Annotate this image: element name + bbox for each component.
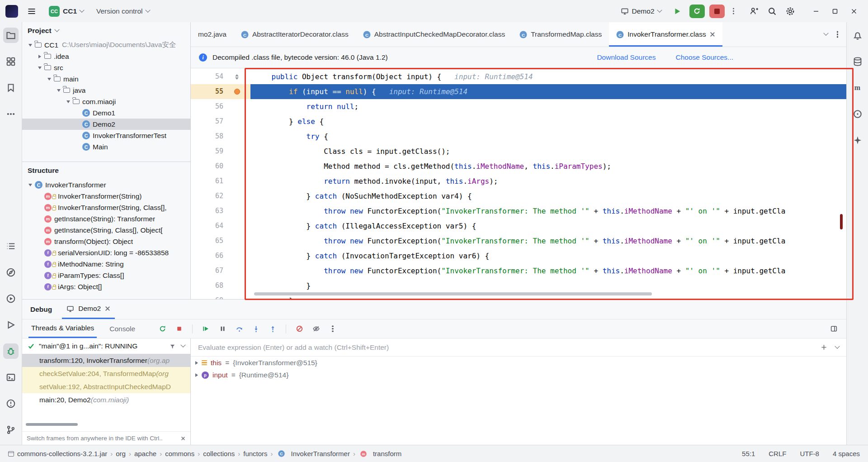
- code-line[interactable]: 68 }: [191, 278, 846, 293]
- choose-sources-link[interactable]: Choose Sources...: [675, 53, 733, 62]
- vcs-widget[interactable]: Version control: [93, 5, 153, 18]
- tree-item[interactable]: mgetInstance(String): Transformer: [22, 213, 190, 224]
- editor-tab[interactable]: CInvokerTransformer.class: [609, 22, 722, 47]
- breadcrumb-item[interactable]: commons: [165, 450, 194, 457]
- code-line[interactable]: 67 throw new FunctorException("InvokerTr…: [191, 263, 846, 278]
- dismiss-hint-icon[interactable]: [181, 436, 185, 441]
- expand-arrow-icon[interactable]: [36, 55, 43, 58]
- threads-variables-tab[interactable]: Threads & Variables: [28, 319, 97, 338]
- tree-item[interactable]: CInvokerTransformer: [22, 179, 190, 191]
- more-debug-options-button[interactable]: [326, 323, 339, 335]
- tree-item[interactable]: CDemo1: [22, 107, 190, 119]
- code-line[interactable]: 61 return method.invoke(input, this.iArg…: [191, 174, 846, 189]
- git-tool-button[interactable]: [3, 422, 19, 438]
- tree-item[interactable]: CInvokerTransformerTest: [22, 130, 190, 141]
- tree-item[interactable]: mgetInstance(String, Class[], Object[: [22, 224, 190, 236]
- terminal-tool-button[interactable]: [3, 370, 19, 385]
- stop-button[interactable]: [709, 5, 725, 18]
- more-tool-windows-button[interactable]: [3, 106, 19, 122]
- chevron-down-icon[interactable]: [835, 343, 840, 348]
- expand-arrow-icon[interactable]: [27, 44, 33, 47]
- close-session-icon[interactable]: [105, 306, 110, 311]
- expand-arrow-icon[interactable]: [27, 184, 33, 186]
- breadcrumb-item[interactable]: collections: [203, 450, 235, 457]
- download-sources-link[interactable]: Download Sources: [597, 53, 656, 62]
- evaluate-expression-input[interactable]: Evaluate expression (Enter) or add a wat…: [191, 338, 846, 357]
- tree-item[interactable]: fiMethodName: String: [22, 258, 190, 270]
- run-button[interactable]: [670, 5, 685, 18]
- notifications-button[interactable]: [850, 28, 865, 43]
- code-line[interactable]: 63 throw new FunctorException("InvokerTr…: [191, 204, 846, 219]
- expand-arrow-icon[interactable]: [195, 361, 198, 365]
- layout-settings-button[interactable]: [827, 323, 840, 335]
- chevron-down-icon[interactable]: [180, 343, 185, 348]
- code-line[interactable]: 54 public Object transform(Object input)…: [191, 69, 846, 84]
- code-line[interactable]: 65 throw new FunctorException("InvokerTr…: [191, 233, 846, 248]
- breadcrumb-item[interactable]: org: [116, 450, 126, 457]
- run-window-button[interactable]: [3, 317, 19, 333]
- tree-item[interactable]: .idea: [22, 51, 190, 62]
- maximize-button[interactable]: [826, 4, 844, 19]
- stack-frame-row[interactable]: setValue:192, AbstractInputCheckedMapD: [22, 380, 190, 393]
- breadcrumb-item[interactable]: functors: [243, 450, 267, 457]
- line-ending[interactable]: CRLF: [769, 450, 786, 457]
- code-line[interactable]: 55 if (input == null) { input: Runtime@5…: [191, 84, 846, 99]
- minimize-button[interactable]: [807, 4, 826, 19]
- code-with-me-button[interactable]: [750, 7, 759, 16]
- scrollbar-error-stripe[interactable]: [840, 214, 843, 229]
- more-run-options-button[interactable]: [729, 8, 738, 14]
- tab-options-kebab-icon[interactable]: [837, 33, 839, 35]
- console-tab[interactable]: Console: [107, 319, 138, 338]
- filter-icon[interactable]: [169, 343, 176, 350]
- project-tool-button[interactable]: [3, 28, 19, 43]
- step-out-button[interactable]: [266, 323, 279, 335]
- step-into-button[interactable]: [250, 323, 262, 335]
- tree-item[interactable]: CMain: [22, 141, 190, 152]
- tree-item[interactable]: java: [22, 85, 190, 96]
- code-line[interactable]: 58 try {: [191, 129, 846, 144]
- editor-tab[interactable]: CAbstractIteratorDecorator.class: [234, 22, 356, 47]
- implements-marker-icon[interactable]: [235, 74, 239, 80]
- code-line[interactable]: 60 Method method = cls.getMethod(this.iM…: [191, 159, 846, 174]
- cursor-position[interactable]: 55:1: [742, 450, 755, 457]
- tree-item[interactable]: main: [22, 73, 190, 85]
- editor-tab[interactable]: CAbstractInputCheckedMapDecorator.class: [356, 22, 512, 47]
- horizontal-scrollbar[interactable]: [254, 292, 652, 295]
- todo-tool-button[interactable]: [3, 238, 19, 254]
- ai-assistant-button[interactable]: [850, 133, 865, 148]
- variable-row[interactable]: this = {InvokerTransformer@515}: [191, 357, 846, 369]
- gradle-button[interactable]: [850, 106, 865, 122]
- editor-tab[interactable]: CTransformedMap.class: [512, 22, 609, 47]
- code-line[interactable]: 66 } catch (InvocationTargetException va…: [191, 248, 846, 263]
- expand-arrow-icon[interactable]: [65, 100, 71, 103]
- file-encoding[interactable]: UTF-8: [800, 450, 819, 457]
- run-tool-button[interactable]: [3, 291, 19, 306]
- rerun-debug-button[interactable]: [689, 5, 705, 18]
- problems-tool-button[interactable]: [3, 396, 19, 411]
- tree-item[interactable]: mtransform(Object): Object: [22, 236, 190, 247]
- hide-frames-button[interactable]: [310, 323, 322, 335]
- code-editor[interactable]: 54 public Object transform(Object input)…: [191, 68, 846, 299]
- chevron-down-icon[interactable]: [54, 27, 59, 32]
- debug-tool-button[interactable]: [3, 343, 19, 359]
- run-config-widget[interactable]: Demo2: [617, 5, 665, 18]
- breadcrumb-item[interactable]: apache: [134, 450, 156, 457]
- pause-button[interactable]: [216, 323, 229, 335]
- services-tool-button[interactable]: [3, 265, 19, 280]
- breadcrumb-item[interactable]: CInvokerTransformer: [276, 450, 350, 457]
- tree-item[interactable]: mInvokerTransformer(String, Class[],: [22, 202, 190, 213]
- tree-item[interactable]: mInvokerTransformer(String): [22, 191, 190, 202]
- editor-tab[interactable]: mo2.java: [191, 22, 234, 47]
- bookmarks-tool-button[interactable]: [3, 80, 19, 95]
- expand-arrow-icon[interactable]: [195, 373, 198, 377]
- stack-frame-row[interactable]: checkSetValue:204, TransformedMap (org: [22, 367, 190, 380]
- code-line[interactable]: 56 return null;: [191, 99, 846, 114]
- step-over-button[interactable]: [233, 323, 245, 335]
- expand-arrow-icon[interactable]: [46, 78, 52, 81]
- variable-row[interactable]: pinput = {Runtime@514}: [191, 369, 846, 381]
- breakpoint-icon[interactable]: [234, 89, 240, 95]
- tree-item[interactable]: com.miaoji: [22, 96, 190, 107]
- tab-list-chevron-icon[interactable]: [823, 31, 828, 36]
- breadcrumb-item[interactable]: mtransform: [359, 450, 401, 457]
- stop-debug-button[interactable]: [173, 323, 185, 335]
